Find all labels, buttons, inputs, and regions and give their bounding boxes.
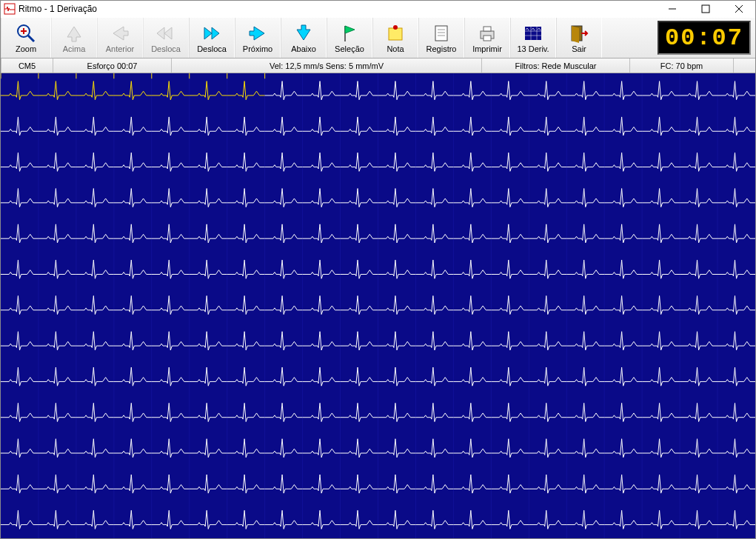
minimize-button[interactable] xyxy=(655,1,689,17)
close-button[interactable] xyxy=(722,1,755,17)
app-icon xyxy=(4,3,16,15)
deriv13-button[interactable]: 13 Deriv. xyxy=(510,18,556,58)
zoom-icon xyxy=(16,23,36,44)
selecao-label: Seleção xyxy=(335,45,364,53)
statusbar: CM5 Esforço 00:07 Vel: 12,5 mm/s Sens: 5… xyxy=(1,58,755,73)
printer-icon xyxy=(478,23,497,44)
timer-value: 00:07 xyxy=(665,24,743,52)
app-window: Ritmo - 1 Derivação Zoom Acima Anterior … xyxy=(0,0,756,539)
nota-button[interactable]: Nota xyxy=(372,18,418,58)
status-fc: FC: 70 bpm xyxy=(629,58,733,73)
abaixo-button[interactable]: Abaixo xyxy=(281,18,327,58)
double-arrow-left-icon xyxy=(155,23,176,44)
svg-rect-17 xyxy=(484,27,491,31)
titlebar: Ritmo - 1 Derivação xyxy=(1,1,755,17)
exit-icon xyxy=(569,23,589,44)
status-vel: Vel: 12,5 mm/s Sens: 5 mm/mV xyxy=(171,58,481,73)
status-filtros: Filtros: Rede Muscular xyxy=(481,58,629,73)
desloca-right-label: Desloca xyxy=(197,45,227,53)
zoom-label: Zoom xyxy=(16,45,36,53)
svg-line-6 xyxy=(28,36,34,41)
zoom-button[interactable]: Zoom xyxy=(1,18,51,58)
arrow-down-icon xyxy=(294,23,313,44)
toolbar: Zoom Acima Anterior Desloca Desloca Próx… xyxy=(1,17,755,58)
ecg-viewport[interactable] xyxy=(1,73,755,538)
svg-point-11 xyxy=(393,25,398,30)
desloca-left-button[interactable]: Desloca xyxy=(143,18,189,58)
proximo-label: Próximo xyxy=(243,45,272,53)
proximo-button[interactable]: Próximo xyxy=(235,18,281,58)
arrow-up-icon xyxy=(64,23,84,44)
svg-rect-12 xyxy=(435,26,447,41)
status-lead: CM5 xyxy=(1,58,53,73)
deriv13-label: 13 Deriv. xyxy=(517,45,549,53)
imprimir-label: Imprimir xyxy=(472,45,502,53)
double-arrow-right-icon xyxy=(201,23,222,44)
window-title: Ritmo - 1 Derivação xyxy=(19,4,655,14)
selecao-button[interactable]: Seleção xyxy=(327,18,372,58)
maximize-button[interactable] xyxy=(689,1,722,17)
desloca-left-label: Desloca xyxy=(151,45,181,53)
flag-icon xyxy=(340,23,359,44)
grid-icon xyxy=(523,23,543,44)
anterior-button[interactable]: Anterior xyxy=(97,18,143,58)
anterior-label: Anterior xyxy=(106,45,135,53)
note-icon xyxy=(386,23,405,44)
registro-label: Registro xyxy=(426,45,457,53)
acima-label: Acima xyxy=(63,45,86,53)
svg-rect-2 xyxy=(702,5,709,13)
arrow-left-icon xyxy=(110,23,130,44)
timer-display: 00:07 xyxy=(658,21,751,55)
svg-rect-10 xyxy=(389,28,402,40)
registro-button[interactable]: Registro xyxy=(418,18,464,58)
arrow-right-icon xyxy=(248,23,267,44)
status-esforco: Esforço 00:07 xyxy=(53,58,171,73)
status-end xyxy=(733,58,755,73)
desloca-right-button[interactable]: Desloca xyxy=(189,18,235,58)
ecg-canvas xyxy=(1,73,755,538)
imprimir-button[interactable]: Imprimir xyxy=(464,18,510,58)
document-icon xyxy=(432,23,451,44)
svg-rect-18 xyxy=(484,36,491,41)
sair-button[interactable]: Sair xyxy=(556,18,602,58)
abaixo-label: Abaixo xyxy=(291,45,316,53)
sair-label: Sair xyxy=(572,45,586,53)
acima-button[interactable]: Acima xyxy=(51,18,97,58)
window-controls xyxy=(655,1,755,17)
nota-label: Nota xyxy=(387,45,404,53)
